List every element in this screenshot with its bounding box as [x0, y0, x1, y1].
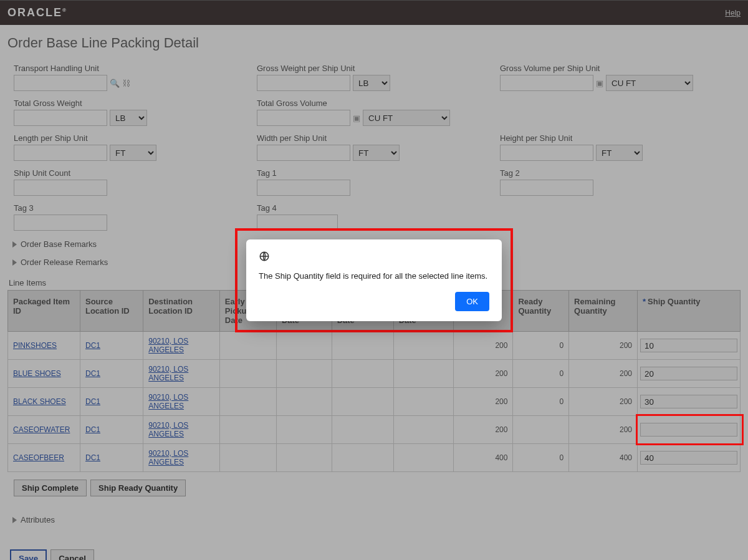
modal-overlay: The Ship Quantity field is required for …: [0, 0, 748, 560]
dialog-highlight-box: The Ship Quantity field is required for …: [235, 228, 513, 332]
alert-dialog: The Ship Quantity field is required for …: [246, 239, 502, 321]
globe-icon: [259, 251, 489, 264]
dialog-message: The Ship Quantity field is required for …: [259, 271, 489, 281]
ok-button[interactable]: OK: [455, 292, 489, 311]
